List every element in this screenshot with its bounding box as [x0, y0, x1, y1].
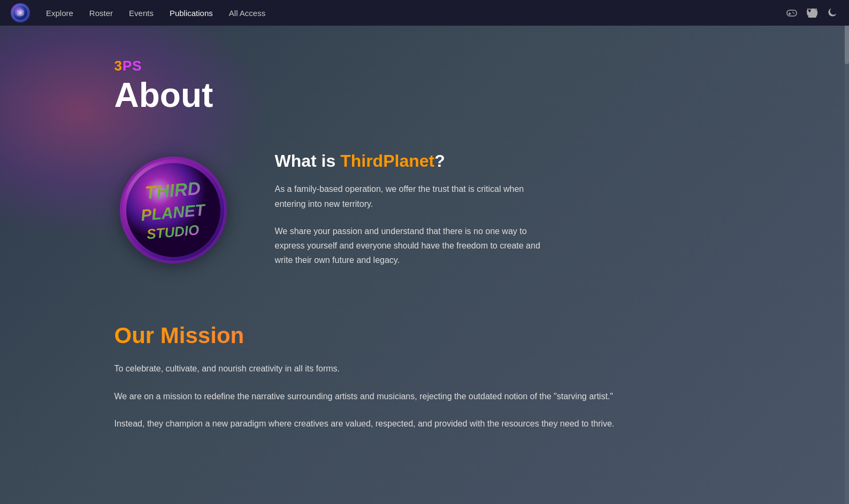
- twitter-icon[interactable]: [806, 7, 818, 19]
- game-controller-icon[interactable]: [786, 7, 798, 19]
- page-subtitle: 3PS: [114, 58, 735, 74]
- what-is-end: ?: [434, 151, 445, 170]
- nav-all-access[interactable]: All Access: [229, 9, 265, 18]
- navbar-links: Explore Roster Events Publications All A…: [46, 9, 786, 18]
- mission-paragraph-3: Instead, they champion a new paradigm wh…: [114, 416, 703, 431]
- navbar: Explore Roster Events Publications All A…: [0, 0, 849, 26]
- what-is-highlight: ThirdPlanet: [340, 151, 434, 170]
- content-wrapper: 3PS About: [50, 26, 799, 476]
- mission-heading: Our Mission: [114, 323, 735, 348]
- what-is-heading: What is ThirdPlanet?: [275, 151, 735, 171]
- subtitle-3: 3: [114, 58, 123, 74]
- logo-svg: THIRD PLANET STUDIO: [125, 162, 221, 258]
- nav-roster[interactable]: Roster: [89, 9, 113, 18]
- svg-point-1: [19, 11, 22, 14]
- third-planet-logo: THIRD PLANET STUDIO: [120, 157, 227, 263]
- site-logo[interactable]: [11, 3, 30, 22]
- page-header: 3PS About: [114, 58, 735, 114]
- subtitle-ps: PS: [123, 58, 142, 74]
- svg-point-7: [792, 12, 793, 13]
- what-is-plain: What is: [275, 151, 341, 170]
- logo-container: THIRD PLANET STUDIO: [114, 146, 232, 263]
- what-is-section: What is ThirdPlanet? As a family-based o…: [275, 146, 735, 280]
- moon-icon[interactable]: [827, 7, 838, 19]
- svg-point-6: [793, 13, 794, 14]
- logo-circle-inner: THIRD PLANET STUDIO: [123, 159, 224, 261]
- nav-events[interactable]: Events: [129, 9, 154, 18]
- scrollbar[interactable]: [845, 0, 849, 504]
- mission-paragraph-2: We are on a mission to redefine the narr…: [114, 389, 703, 404]
- nav-explore[interactable]: Explore: [46, 9, 73, 18]
- mission-section: Our Mission To celebrate, cultivate, and…: [114, 323, 735, 431]
- nav-publications[interactable]: Publications: [170, 9, 213, 18]
- navbar-icons: [786, 7, 838, 19]
- what-is-paragraph-2: We share your passion and understand tha…: [275, 224, 553, 268]
- svg-rect-2: [787, 10, 797, 16]
- page-title: About: [114, 76, 735, 114]
- about-section: THIRD PLANET STUDIO What is ThirdPlanet?…: [114, 146, 735, 280]
- mission-paragraph-1: To celebrate, cultivate, and nourish cre…: [114, 361, 703, 376]
- what-is-paragraph-1: As a family-based operation, we offer th…: [275, 182, 553, 211]
- main-content: 3PS About: [0, 26, 849, 504]
